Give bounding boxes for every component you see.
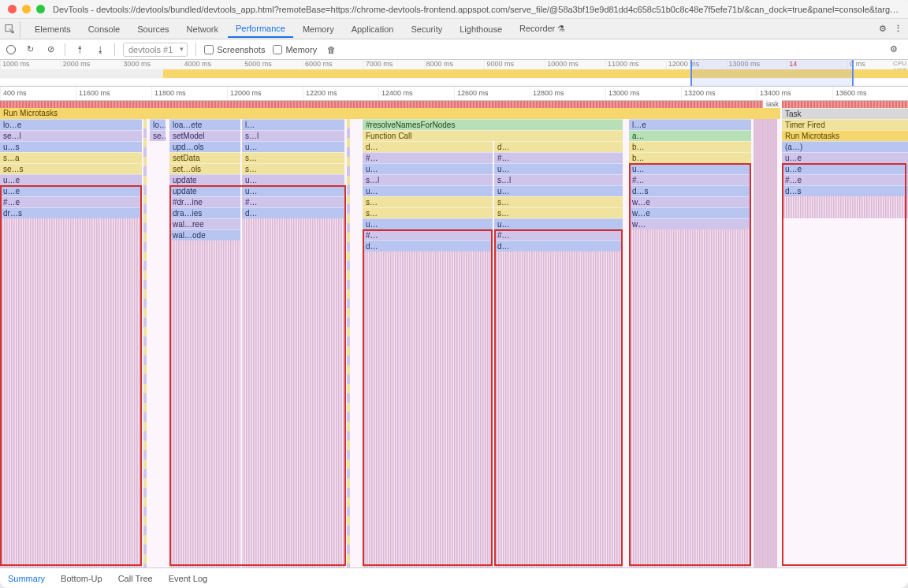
annotation-box [0,185,142,566]
frame-task[interactable]: Task [782,108,908,119]
long-task-strip: iask [0,101,908,108]
frame-entry[interactable]: update [169,174,240,185]
frame-entry[interactable]: s…l [363,174,493,185]
annotation-box [629,163,751,566]
traffic-lights [8,5,45,13]
frame-entry[interactable]: u… [363,185,493,196]
flame-column-1b: lo…e se…l [150,119,166,568]
frame-entry[interactable]: u… [494,185,623,196]
frame-entry[interactable]: u…e [0,174,142,185]
frame-entry[interactable]: s… [494,196,623,207]
tab-network[interactable]: Network [179,21,226,37]
flame-sliver[interactable] [347,119,350,568]
flame-sliver[interactable] [754,119,777,568]
annotation-box [363,229,493,566]
frame-resolve-names[interactable]: #resolveNamesForNodes [363,119,623,130]
tab-lighthouse[interactable]: Lighthouse [452,21,510,37]
frame-entry[interactable]: u… [242,141,344,152]
frame-entry[interactable]: #… [494,152,623,163]
flame-sliver[interactable] [143,119,147,568]
flame-chart[interactable]: Run Microtasks Task Timer Fired Run Micr… [0,108,908,568]
frame-entry[interactable]: s… [242,152,344,163]
frame-entry[interactable]: lo…e [0,119,142,130]
reload-record-button[interactable]: ↻ [24,43,36,56]
more-menu-icon[interactable]: ⋮ [892,24,903,34]
frame-entry[interactable]: d… [494,141,623,152]
frame-entry[interactable]: u…e [782,152,908,163]
frame-entry[interactable]: u… [494,218,623,229]
frame-entry[interactable]: u… [363,163,493,174]
frame-entry[interactable]: s…l [242,130,344,141]
frame-entry[interactable]: l… [242,119,344,130]
tab-console[interactable]: Console [80,21,128,37]
annotation-box [782,163,906,566]
screenshots-checkbox[interactable]: Screenshots [204,45,265,54]
frame-entry[interactable]: upd…ols [169,141,240,152]
frame-entry[interactable]: se…s [0,163,142,174]
tab-memory[interactable]: Memory [295,21,342,37]
maximize-window-button[interactable] [36,5,45,13]
frame-timer-fired[interactable]: Timer Fired [782,119,908,130]
perf-settings-gear-icon[interactable]: ⚙ [886,44,902,54]
frame-entry[interactable]: setData [169,152,240,163]
tab-event-log[interactable]: Event Log [167,571,210,586]
tab-bottom-up[interactable]: Bottom-Up [59,571,104,586]
frame-entry[interactable]: s…l [494,174,623,185]
frame-entry[interactable]: set…ols [169,163,240,174]
profile-selector[interactable]: devtools #1 [123,43,188,57]
frame-entry[interactable]: u… [363,218,493,229]
load-profile-button[interactable]: ⭱ [73,43,86,56]
frame-entry[interactable]: s…a [0,152,142,163]
devtools-window: DevTools - devtools://devtools/bundled/d… [0,0,908,588]
tab-application[interactable]: Application [344,21,402,37]
frame-entry[interactable]: s… [242,163,344,174]
frame-run-microtasks[interactable]: Run Microtasks [0,108,780,119]
frame-entry[interactable]: s… [363,207,493,218]
frame-entry[interactable]: setModel [169,130,240,141]
inspect-icon[interactable] [5,21,20,37]
tab-elements[interactable]: Elements [27,21,79,37]
frame-entry[interactable]: b… [629,141,751,152]
clear-button[interactable]: ⊘ [44,43,57,56]
tab-call-tree[interactable]: Call Tree [117,571,154,586]
tab-summary[interactable]: Summary [6,571,47,586]
frame-entry[interactable]: u… [242,174,344,185]
frame-entry[interactable]: s… [363,196,493,207]
timeline-overview[interactable]: 1000 ms2000 ms3000 ms4000 ms5000 ms6000 … [0,60,908,87]
frame-entry[interactable]: #… [363,152,493,163]
tab-performance[interactable]: Performance [228,20,293,38]
flame-ruler[interactable]: 400 ms11600 ms11800 ms12000 ms12200 ms12… [0,87,908,101]
frame-entry[interactable]: loa…ete [169,119,240,130]
frame-entry[interactable]: d… [363,141,493,152]
overview-window-handle[interactable] [690,60,854,86]
titlebar: DevTools - devtools://devtools/bundled/d… [0,0,908,19]
save-profile-button[interactable]: ⭳ [94,43,106,56]
minimize-window-button[interactable] [22,5,31,13]
window-title: DevTools - devtools://devtools/bundled/d… [53,5,900,14]
memory-checkbox[interactable]: Memory [273,45,317,54]
frame-entry[interactable]: lo…e [150,119,166,130]
frame-entry[interactable]: b… [629,152,751,163]
annotation-box [494,229,623,566]
main-tabs: Elements Console Sources Network Perform… [0,19,908,39]
details-tabs: Summary Bottom-Up Call Tree Event Log [0,568,908,588]
trash-icon[interactable]: 🗑 [325,43,337,56]
frame-entry[interactable]: u…s [0,141,142,152]
frame-entry[interactable]: l…e [629,119,751,130]
frame-entry[interactable]: u… [494,163,623,174]
frame-entry[interactable]: a… [629,130,751,141]
frame-entry[interactable]: se…l [0,130,142,141]
annotation-box [169,185,346,566]
frame-function-call[interactable]: Function Call [363,130,623,141]
settings-gear-icon[interactable]: ⚙ [875,24,891,34]
frame-entry[interactable]: (a…) [782,141,908,152]
tab-recorder[interactable]: Recorder ⚗ [512,20,573,37]
frame-run-microtasks-2[interactable]: Run Microtasks [782,130,908,141]
frame-entry[interactable]: se…l [150,130,166,141]
close-window-button[interactable] [8,5,17,13]
iask-label: iask [763,100,782,108]
tab-security[interactable]: Security [403,21,450,37]
record-button[interactable] [6,45,16,54]
frame-entry[interactable]: s… [494,207,623,218]
tab-sources[interactable]: Sources [129,21,177,37]
